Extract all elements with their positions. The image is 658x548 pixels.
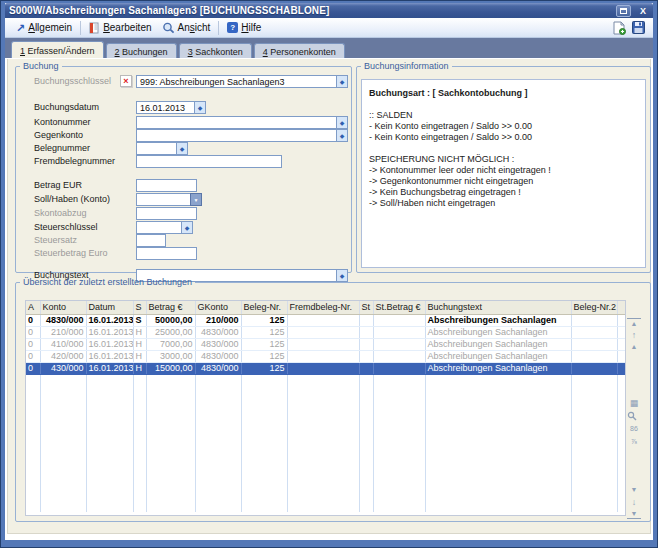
- spinner-icon[interactable]: ◆: [336, 116, 348, 129]
- table-cell[interactable]: [359, 338, 373, 350]
- table-cell[interactable]: 0: [26, 350, 40, 362]
- sollhaben-dropdown[interactable]: ▼: [136, 193, 202, 206]
- table-row[interactable]: 0210/00016.01.2013H25000,004830/000125Ab…: [26, 326, 625, 338]
- table-row[interactable]: 0420/00016.01.2013H3000,004830/000125Abs…: [26, 350, 625, 362]
- table-cell[interactable]: 125: [241, 350, 287, 362]
- table-cell[interactable]: [359, 326, 373, 338]
- table-cell[interactable]: [359, 314, 373, 326]
- table-cell[interactable]: [373, 326, 425, 338]
- table-row[interactable]: 0410/00016.01.2013H7000,004830/000125Abs…: [26, 338, 625, 350]
- table-cell[interactable]: 50000,00: [146, 314, 195, 326]
- table-cell[interactable]: Abschreibungen Sachanlagen: [425, 362, 571, 374]
- table-cell[interactable]: [571, 314, 617, 326]
- column-header[interactable]: St.Betrag €: [373, 301, 425, 314]
- table-cell[interactable]: [359, 362, 373, 374]
- table-cell[interactable]: [571, 338, 617, 350]
- scroll-up-icon[interactable]: ↑: [627, 330, 641, 340]
- table-cell[interactable]: 0: [26, 314, 40, 326]
- table-cell[interactable]: 410/000: [40, 338, 86, 350]
- table-cell[interactable]: [287, 314, 359, 326]
- table-cell[interactable]: [571, 326, 617, 338]
- page-up-icon[interactable]: ▲: [627, 342, 641, 352]
- table-cell[interactable]: [287, 326, 359, 338]
- buchungsschluessel-combo[interactable]: 999: Abschreibungen Sachanlagen3 ◆: [136, 75, 348, 88]
- table-cell[interactable]: Abschreibungen Sachanlagen: [425, 350, 571, 362]
- fraction-icon[interactable]: ⅞: [627, 437, 641, 447]
- spinner-icon[interactable]: ◆: [181, 221, 193, 234]
- table-cell[interactable]: 420/000: [40, 350, 86, 362]
- table-cell[interactable]: 16.01.2013: [86, 314, 133, 326]
- menu-bearbeiten[interactable]: Bearbeiten: [84, 20, 156, 36]
- spinner-icon[interactable]: ◆: [194, 101, 206, 114]
- tab-personenkonten[interactable]: 4 Personenkonten: [254, 43, 345, 58]
- save-icon[interactable]: [632, 21, 645, 34]
- belegnummer-input[interactable]: ◆: [136, 142, 188, 155]
- table-cell[interactable]: [373, 314, 425, 326]
- table-cell[interactable]: H: [133, 338, 146, 350]
- table-cell[interactable]: 125: [241, 314, 287, 326]
- table-cell[interactable]: Abschreibungen Sachanlagen: [425, 314, 571, 326]
- table-cell[interactable]: H: [133, 362, 146, 374]
- close-button[interactable]: X: [637, 6, 649, 16]
- new-document-icon[interactable]: [613, 21, 626, 35]
- column-header[interactable]: St: [359, 301, 373, 314]
- steuersatz-input[interactable]: [136, 234, 166, 247]
- table-cell[interactable]: Abschreibungen Sachanlagen: [425, 326, 571, 338]
- column-header[interactable]: Konto: [40, 301, 86, 314]
- tab-sachkonten[interactable]: 3 Sachkonten: [179, 43, 252, 58]
- tab-erfassen-aendern[interactable]: 1 Erfassen/Ändern: [11, 41, 104, 58]
- table-row[interactable]: 04830/00016.01.2013S50000,00210/000125Ab…: [26, 314, 625, 326]
- steuerschluessel-combo[interactable]: ◆: [136, 221, 193, 234]
- table-cell[interactable]: H: [133, 350, 146, 362]
- spinner-icon[interactable]: ◆: [336, 75, 348, 88]
- table-cell[interactable]: [617, 338, 625, 350]
- table-cell[interactable]: 16.01.2013: [86, 362, 133, 374]
- table-cell[interactable]: [571, 350, 617, 362]
- clear-icon[interactable]: ×: [120, 75, 132, 87]
- table-cell[interactable]: 3000,00: [146, 350, 195, 362]
- table-cell[interactable]: 125: [241, 326, 287, 338]
- row-count-icon[interactable]: 86: [627, 424, 641, 434]
- table-cell[interactable]: 4830/000: [195, 326, 241, 338]
- column-header[interactable]: Beleg-Nr.: [241, 301, 287, 314]
- table-cell[interactable]: [571, 362, 617, 374]
- buchungsdatum-input[interactable]: 16.01.2013 ◆: [136, 101, 206, 114]
- table-cell[interactable]: H: [133, 326, 146, 338]
- column-header[interactable]: Fremdbeleg-Nr.: [287, 301, 359, 314]
- table-cell[interactable]: 0: [26, 326, 40, 338]
- column-header[interactable]: Betrag €: [146, 301, 195, 314]
- column-header[interactable]: A: [26, 301, 40, 314]
- table-cell[interactable]: 25000,00: [146, 326, 195, 338]
- kontonummer-combo[interactable]: ◆: [136, 116, 348, 129]
- table-cell[interactable]: [617, 350, 625, 362]
- skontoabzug-input[interactable]: [136, 207, 197, 220]
- column-header[interactable]: S: [133, 301, 146, 314]
- table-cell[interactable]: [373, 350, 425, 362]
- table-cell[interactable]: S: [133, 314, 146, 326]
- betrag-input[interactable]: [136, 179, 197, 192]
- fremdbelegnummer-input[interactable]: [136, 155, 282, 168]
- table-cell[interactable]: [287, 350, 359, 362]
- table-cell[interactable]: 16.01.2013: [86, 338, 133, 350]
- spinner-icon[interactable]: ◆: [176, 142, 188, 155]
- table-cell[interactable]: 0: [26, 338, 40, 350]
- table-cell[interactable]: [373, 362, 425, 374]
- table-cell[interactable]: 4830/000: [195, 338, 241, 350]
- table-cell[interactable]: 430/000: [40, 362, 86, 374]
- menu-ansicht[interactable]: Ansicht: [157, 20, 216, 36]
- page-down-icon[interactable]: ▼: [627, 485, 641, 495]
- chevron-down-icon[interactable]: ▼: [190, 193, 202, 206]
- table-cell[interactable]: [287, 338, 359, 350]
- table-cell[interactable]: 16.01.2013: [86, 326, 133, 338]
- column-header[interactable]: [617, 301, 625, 314]
- table-cell[interactable]: [617, 362, 625, 374]
- steuerbetrag-input[interactable]: [136, 247, 197, 260]
- column-header[interactable]: GKonto: [195, 301, 241, 314]
- column-header[interactable]: Datum: [86, 301, 133, 314]
- menu-allgemein[interactable]: ↗ Allgemein: [11, 20, 77, 35]
- table-cell[interactable]: [617, 326, 625, 338]
- scroll-to-bottom-icon[interactable]: ▼: [627, 509, 641, 519]
- table-cell[interactable]: 125: [241, 338, 287, 350]
- gegenkonto-combo[interactable]: ◆: [136, 129, 348, 142]
- table-cell[interactable]: [617, 314, 625, 326]
